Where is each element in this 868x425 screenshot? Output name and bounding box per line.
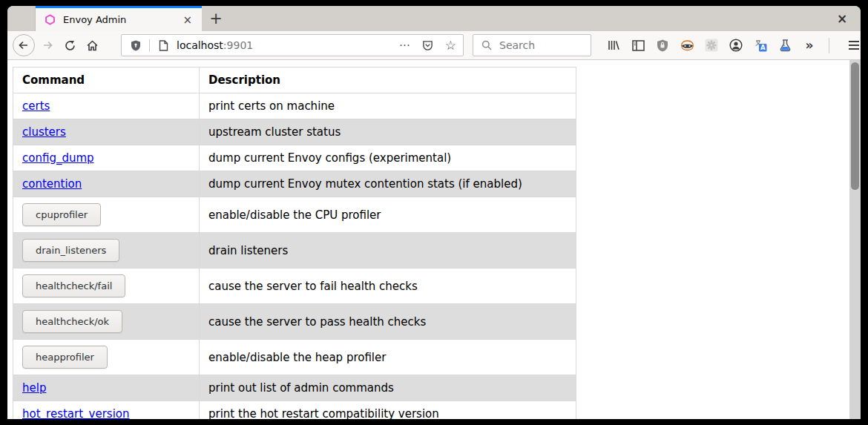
command-button-healthcheck/ok[interactable]: healthcheck/ok <box>22 310 122 333</box>
command-cell: contention <box>13 171 200 197</box>
disabled-extension-icon[interactable] <box>704 38 719 53</box>
library-icon[interactable] <box>606 38 621 53</box>
table-row: config_dumpdump current Envoy configs (e… <box>13 145 576 171</box>
description-cell: dump current Envoy mutex contention stat… <box>200 171 576 197</box>
admin-commands-table: Command Description certsprint certs on … <box>13 67 576 419</box>
command-cell: heapprofiler <box>13 340 200 375</box>
description-cell: cause the server to fail health checks <box>200 268 576 304</box>
search-input[interactable] <box>499 39 573 51</box>
table-row: clustersupstream cluster status <box>13 119 576 145</box>
description-cell: upstream cluster status <box>200 119 576 145</box>
command-cell: help <box>13 375 200 401</box>
search-icon <box>479 38 494 53</box>
table-row: cpuprofilerenable/disable the CPU profil… <box>13 197 576 233</box>
flask-extension-icon[interactable] <box>777 38 792 53</box>
url-port: :9901 <box>223 39 253 51</box>
description-cell: print out list of admin commands <box>200 375 576 401</box>
column-header-command: Command <box>13 67 200 93</box>
command-cell: hot_restart_version <box>13 401 200 420</box>
tab-close-icon[interactable]: × <box>180 13 195 27</box>
shield-lock-extension-icon[interactable] <box>655 38 670 53</box>
command-cell: clusters <box>13 119 200 145</box>
command-cell: certs <box>13 93 200 119</box>
sidebars-icon[interactable] <box>631 38 645 53</box>
tab-envoy-admin[interactable]: Envoy Admin × <box>36 6 202 31</box>
command-cell: healthcheck/fail <box>13 268 200 304</box>
command-button-heapprofiler[interactable]: heapprofiler <box>22 346 108 369</box>
toolbar-separator <box>829 38 829 53</box>
search-bar[interactable] <box>473 34 591 56</box>
table-row: hot_restart_versionprint the hot restart… <box>13 401 576 420</box>
window-close-button[interactable]: × <box>823 6 861 31</box>
command-link-contention[interactable]: contention <box>22 177 82 191</box>
table-row: helpprint out list of admin commands <box>13 375 576 401</box>
description-cell: cause the server to pass health checks <box>200 304 576 340</box>
home-button[interactable] <box>81 34 103 56</box>
command-link-certs[interactable]: certs <box>22 99 50 113</box>
overflow-chevron-icon[interactable]: » <box>802 38 817 53</box>
tab-title: Envoy Admin <box>63 14 174 25</box>
description-cell: dump current Envoy configs (experimental… <box>200 145 576 171</box>
table-row: certsprint certs on machine <box>13 93 576 119</box>
translate-extension-icon[interactable]: A <box>753 38 768 53</box>
table-row: healthcheck/failcause the server to fail… <box>13 268 576 304</box>
reload-button[interactable] <box>59 34 81 56</box>
command-button-healthcheck/fail[interactable]: healthcheck/fail <box>22 274 125 297</box>
tracking-protection-shield-icon[interactable] <box>128 38 143 53</box>
tabbar-empty-space <box>230 6 823 31</box>
page-actions-icon[interactable]: ⋯ <box>399 39 411 52</box>
command-link-clusters[interactable]: clusters <box>22 125 66 139</box>
pocket-icon[interactable] <box>421 38 435 53</box>
new-tab-button[interactable]: + <box>202 6 230 31</box>
command-cell: healthcheck/ok <box>13 304 200 340</box>
table-row: heapprofilerenable/disable the heap prof… <box>13 340 576 375</box>
page-content: Command Description certsprint certs on … <box>7 60 861 419</box>
page-info-icon[interactable] <box>156 38 171 53</box>
command-button-cpuprofiler[interactable]: cpuprofiler <box>22 203 101 226</box>
description-cell: enable/disable the CPU profiler <box>200 197 576 233</box>
column-header-description: Description <box>200 67 576 93</box>
address-bar[interactable]: localhost:9901 ⋯ ☆ <box>121 34 464 56</box>
url-text[interactable]: localhost:9901 <box>177 39 399 51</box>
vertical-scrollbar[interactable] <box>849 60 861 419</box>
browser-window: Envoy Admin × + × localhost:9901 <box>7 6 861 419</box>
command-button-drain_listeners[interactable]: drain_listeners <box>22 239 119 262</box>
back-button[interactable] <box>13 34 35 56</box>
description-cell: drain listeners <box>200 233 576 268</box>
scrollbar-thumb[interactable] <box>851 62 859 190</box>
tab-bar: Envoy Admin × + × <box>7 6 861 31</box>
navigation-toolbar: localhost:9901 ⋯ ☆ <box>7 31 861 60</box>
svg-text:A: A <box>760 44 766 51</box>
table-row: drain_listenersdrain listeners <box>13 233 576 268</box>
titlebar-spacer <box>7 6 36 31</box>
command-table-body: certsprint certs on machineclustersupstr… <box>13 93 576 420</box>
command-cell: drain_listeners <box>13 233 200 268</box>
description-cell: enable/disable the heap profiler <box>200 340 576 375</box>
command-cell: config_dump <box>13 145 200 171</box>
privacy-mask-extension-icon[interactable] <box>680 38 694 53</box>
account-icon[interactable] <box>729 38 743 53</box>
url-host: localhost <box>177 39 223 51</box>
envoy-favicon-icon <box>42 13 57 27</box>
command-link-hot_restart_version[interactable]: hot_restart_version <box>22 407 130 419</box>
command-link-config_dump[interactable]: config_dump <box>22 151 94 165</box>
menu-icon[interactable] <box>846 38 861 53</box>
command-link-help[interactable]: help <box>22 381 46 395</box>
table-header-row: Command Description <box>13 67 576 93</box>
table-row: healthcheck/okcause the server to pass h… <box>13 304 576 340</box>
description-cell: print certs on machine <box>200 93 576 119</box>
forward-button[interactable] <box>36 34 59 56</box>
table-row: contentiondump current Envoy mutex conte… <box>13 171 576 197</box>
urlbar-separator <box>149 39 150 52</box>
command-cell: cpuprofiler <box>13 197 200 233</box>
description-cell: print the hot restart compatibility vers… <box>200 401 576 420</box>
bookmark-star-icon[interactable]: ☆ <box>445 38 456 53</box>
